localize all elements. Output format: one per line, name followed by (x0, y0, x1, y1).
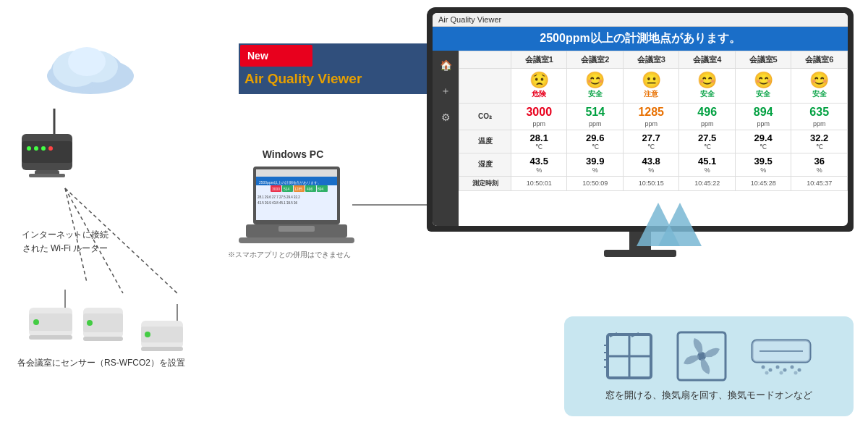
svg-point-26 (33, 319, 39, 325)
svg-rect-39 (256, 169, 337, 177)
svg-text:514: 514 (284, 187, 290, 191)
smartphone-note: ※スマホアプリとの併用はできません (228, 250, 351, 260)
svg-point-14 (27, 146, 31, 151)
svg-text:496: 496 (307, 187, 313, 191)
sensor-device-3 (137, 300, 188, 355)
humidity-value-1: 43.5 (513, 156, 565, 167)
co2-value-4: 496 (697, 106, 717, 118)
status-cell-3: 😐 注意 (623, 69, 678, 104)
ventilation-icons (604, 331, 814, 382)
temp-unit-4: ℃ (681, 143, 733, 151)
sensor-device-2 (80, 300, 127, 348)
svg-text:New: New (247, 50, 268, 62)
time-cell-2: 10:50:09 (567, 176, 623, 190)
svg-text:894: 894 (318, 187, 324, 191)
wifi-router-label: インターネットに接続された Wi-Fi ルーター (18, 228, 112, 256)
svg-text:2500ppm以上の計測地点があります。: 2500ppm以上の計測地点があります。 (259, 180, 321, 185)
laptop-icon: 2500ppm以上の計測地点があります。 3000 514 1285 496 8… (239, 167, 354, 250)
svg-text:3000: 3000 (272, 187, 280, 191)
svg-rect-56 (239, 237, 354, 243)
co2-value-3: 1285 (638, 106, 664, 118)
svg-rect-31 (83, 337, 123, 341)
svg-point-76 (776, 365, 780, 368)
temp-value-4: 27.5 (681, 132, 733, 143)
svg-point-70 (699, 353, 705, 359)
svg-point-78 (791, 365, 794, 368)
face-icon-3: 😐 (642, 72, 661, 88)
svg-point-30 (87, 320, 93, 326)
temp-value-3: 27.7 (625, 132, 677, 143)
co2-unit-3: ppm (644, 120, 658, 127)
status-label-6: 安全 (812, 89, 827, 99)
col-header-room3: 会議室3 (623, 51, 678, 69)
fan-icon (676, 331, 727, 382)
settings-icon[interactable]: ⚙ (437, 109, 454, 126)
temp-cell-1: 28.1 ℃ (511, 130, 567, 153)
humidity-unit-6: % (793, 167, 846, 174)
time-cell-1: 10:50:01 (511, 176, 567, 190)
svg-point-75 (769, 368, 773, 371)
co2-value-2: 514 (585, 106, 605, 118)
co2-unit-1: ppm (532, 120, 545, 127)
svg-point-82 (794, 371, 798, 374)
sensor-label: 各会議室にセンサー（RS-WFCO2）を設置 (7, 357, 195, 369)
col-header-room1: 会議室1 (511, 51, 567, 69)
humidity-unit-1: % (513, 167, 565, 174)
co2-cell-6: 635 ppm (791, 104, 848, 130)
status-cell-2: 😊 安全 (567, 69, 623, 104)
face-icon-1: 😟 (529, 72, 549, 88)
humidity-value-4: 45.1 (681, 156, 733, 167)
temp-value-6: 32.2 (793, 132, 846, 143)
add-icon[interactable]: ＋ (437, 83, 454, 100)
temp-value-5: 29.4 (737, 132, 789, 143)
temp-cell-5: 29.4 ℃ (735, 130, 791, 153)
co2-row-label: CO₂ (459, 104, 511, 130)
svg-text:43.5  39.9  43.8  45.1  39.5  : 43.5 39.9 43.8 45.1 39.5 36 (258, 201, 298, 205)
svg-point-74 (762, 365, 765, 368)
status-row-label (459, 69, 511, 104)
svg-rect-19 (29, 174, 65, 177)
co2-value-6: 635 (809, 106, 829, 118)
status-label-2: 安全 (588, 89, 603, 99)
co2-row: CO₂ 3000 ppm 514 ppm 1285 (459, 104, 848, 130)
humidity-value-6: 36 (793, 156, 846, 167)
status-cell-5: 😊 安全 (735, 69, 791, 104)
svg-point-81 (780, 371, 783, 374)
status-label-3: 注意 (644, 89, 658, 99)
status-cell-1: 😟 危険 (511, 69, 567, 104)
humidity-cell-5: 39.5 % (735, 153, 791, 176)
humidity-cell-1: 43.5 % (511, 153, 567, 176)
temp-cell-4: 27.5 ℃ (679, 130, 735, 153)
humidity-unit-3: % (625, 167, 677, 174)
humidity-cell-4: 45.1 % (679, 153, 735, 176)
humidity-cell-2: 39.9 % (567, 153, 623, 176)
svg-point-35 (145, 332, 150, 337)
co2-cell-1: 3000 ppm (511, 104, 567, 130)
svg-point-77 (783, 368, 787, 371)
home-icon[interactable]: 🏠 (437, 56, 454, 74)
co2-cell-5: 894 ppm (735, 104, 791, 130)
time-cell-5: 10:45:28 (735, 176, 791, 190)
humidity-row-label: 湿度 (459, 153, 511, 176)
face-icon-5: 😊 (754, 72, 773, 88)
time-row-label: 測定時刻 (459, 176, 511, 190)
co2-value-1: 3000 (526, 106, 552, 118)
svg-rect-36 (141, 347, 183, 351)
temp-unit-5: ℃ (737, 143, 789, 151)
col-header-room4: 会議室4 (679, 51, 735, 69)
humidity-unit-2: % (569, 167, 621, 174)
svg-text:Air Quality Viewer: Air Quality Viewer (244, 71, 362, 86)
svg-point-16 (41, 146, 46, 151)
temp-unit-1: ℃ (513, 143, 565, 151)
temp-cell-6: 32.2 ℃ (791, 130, 848, 153)
svg-text:28.1  29.6  27.7  27.5  29.4  : 28.1 29.6 27.7 27.5 29.4 32.2 (258, 195, 300, 199)
humidity-value-5: 39.5 (737, 156, 789, 167)
status-cell-6: 😊 安全 (791, 69, 848, 104)
ventilation-label: 窓を開ける、換気扇を回す、換気モードオンなど (605, 389, 812, 402)
status-cell-4: 😊 安全 (679, 69, 735, 104)
cloud-icon (40, 36, 141, 94)
room-data-table: 会議室1 会議室2 会議室3 会議室4 会議室5 会議室6 (459, 51, 848, 191)
col-header-label (459, 51, 511, 69)
humidity-unit-4: % (681, 167, 733, 174)
time-row: 測定時刻 10:50:01 10:50:09 10:50:15 10:45:22… (459, 176, 848, 190)
